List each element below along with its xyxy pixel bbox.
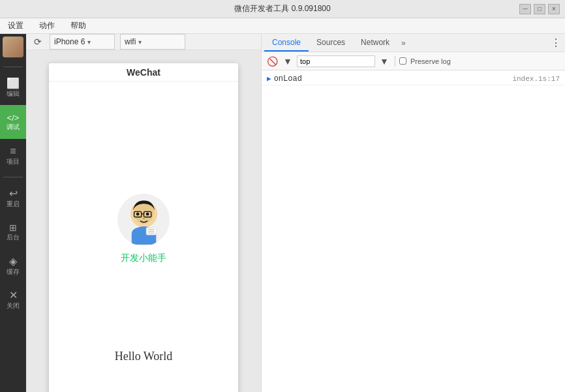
window-controls: ─ □ × xyxy=(519,4,560,14)
backend-icon: ⊞ xyxy=(9,223,17,232)
phone-frame: WeChat xyxy=(49,63,238,392)
devtools-more-button[interactable]: » xyxy=(397,38,410,48)
clear-console-button[interactable]: 🚫 xyxy=(266,55,279,68)
device-toolbar: ⟳ iPhone 6 ▾ wifi ▾ xyxy=(26,34,261,50)
sidebar-item-backend[interactable]: ⊞ 后台 xyxy=(0,215,26,249)
svg-point-6 xyxy=(145,212,149,215)
sidebar-divider-2 xyxy=(3,177,23,177)
devtools-menu-button[interactable]: ⋮ xyxy=(549,37,562,50)
main-area: ⬜ 编辑 </> 调试 ≡ 项目 ↩ 重启 ⊞ 后台 ◈ 缓存 ✕ 关闭 xyxy=(0,34,565,392)
debug-icon: </> xyxy=(7,113,20,122)
sidebar-item-rebuild[interactable]: ↩ 重启 xyxy=(0,181,26,215)
menu-bar: 设置 动作 帮助 xyxy=(0,18,565,34)
phone-hello-text: Hello World xyxy=(115,350,173,363)
sidebar-item-debug[interactable]: </> 调试 xyxy=(0,105,26,139)
avatar[interactable] xyxy=(3,37,23,57)
log-text: onLoad xyxy=(274,74,508,83)
sidebar-item-editor[interactable]: ⬜ 编辑 xyxy=(0,71,26,105)
phone-avatar xyxy=(117,194,170,246)
minimize-button[interactable]: ─ xyxy=(519,4,531,14)
sidebar-item-project[interactable]: ≡ 项目 xyxy=(0,139,26,173)
device-model-select[interactable]: iPhone 6 ▾ xyxy=(50,34,115,50)
device-network-arrow: ▾ xyxy=(138,38,142,46)
menu-help[interactable]: 帮助 xyxy=(68,19,89,33)
devtools-content: ▶ onLoad index.1s:17 xyxy=(262,70,565,392)
toolbar-separator xyxy=(395,56,395,67)
preserve-log-label: Preserve log xyxy=(410,57,451,65)
maximize-button[interactable]: □ xyxy=(534,4,545,14)
preserve-log-checkbox[interactable] xyxy=(399,57,406,65)
tab-sources[interactable]: Sources xyxy=(309,34,353,52)
title-bar: 微信开发者工具 0.9.091800 ─ □ × xyxy=(0,0,565,18)
log-arrow-icon: ▶ xyxy=(267,74,271,83)
device-network-label: wifi xyxy=(125,37,136,46)
device-panel: ⟳ iPhone 6 ▾ wifi ▾ WeChat xyxy=(26,34,261,392)
svg-point-7 xyxy=(142,217,145,219)
device-model-label: iPhone 6 xyxy=(54,37,85,46)
phone-nickname: 开发小能手 xyxy=(121,252,166,264)
phone-title: WeChat xyxy=(127,67,160,78)
cache-icon: ◈ xyxy=(9,256,17,267)
device-model-arrow: ▾ xyxy=(87,38,91,46)
tab-console[interactable]: Console xyxy=(264,34,309,52)
avatar-image xyxy=(3,37,23,57)
devtools-actions: ⋮ xyxy=(549,37,562,50)
sidebar-item-close[interactable]: ✕ 关闭 xyxy=(0,283,26,317)
devtools-panel: Console Sources Network » ⋮ 🚫 ▼ ▼ Preser… xyxy=(261,34,565,392)
devtools-toolbar: 🚫 ▼ ▼ Preserve log xyxy=(262,52,565,70)
avatar-svg xyxy=(119,196,168,245)
device-canvas: WeChat xyxy=(26,50,261,392)
sidebar-item-cache[interactable]: ◈ 缓存 xyxy=(0,249,26,283)
editor-icon: ⬜ xyxy=(7,78,20,89)
sidebar: ⬜ 编辑 </> 调试 ≡ 项目 ↩ 重启 ⊞ 后台 ◈ 缓存 ✕ 关闭 xyxy=(0,34,26,392)
devtools-header: Console Sources Network » ⋮ xyxy=(262,34,565,52)
sidebar-divider-1 xyxy=(3,67,23,67)
device-network-select[interactable]: wifi ▾ xyxy=(120,34,185,50)
menu-actions[interactable]: 动作 xyxy=(37,19,57,33)
filter-input[interactable] xyxy=(297,55,375,67)
menu-settings[interactable]: 设置 xyxy=(5,19,26,33)
filter-dropdown-button[interactable]: ▼ xyxy=(378,55,391,68)
svg-point-5 xyxy=(136,212,139,215)
close-icon: ✕ xyxy=(9,290,18,301)
log-entry: ▶ onLoad index.1s:17 xyxy=(262,73,565,85)
rebuild-icon: ↩ xyxy=(9,188,18,199)
phone-status-bar: WeChat xyxy=(49,63,238,82)
project-icon: ≡ xyxy=(10,146,16,157)
close-button[interactable]: × xyxy=(548,4,560,14)
tab-network[interactable]: Network xyxy=(353,34,397,52)
app-title: 微信开发者工具 0.9.091800 xyxy=(234,3,330,14)
log-source[interactable]: index.1s:17 xyxy=(512,75,560,83)
devtools-tabs: Console Sources Network » xyxy=(264,34,410,52)
phone-content: 开发小能手 Hello World xyxy=(49,82,238,392)
filter-button[interactable]: ▼ xyxy=(281,55,294,68)
rotate-button[interactable]: ⟳ xyxy=(31,35,44,48)
